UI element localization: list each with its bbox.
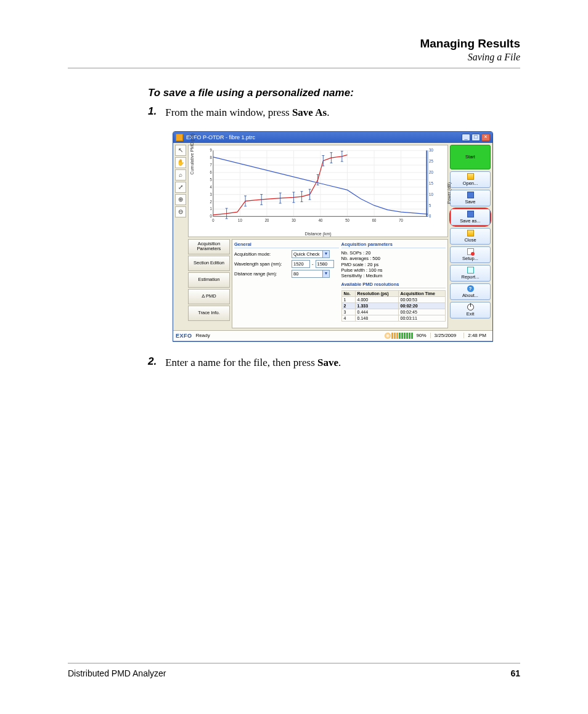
trace-chart[interactable]: Cumulative PMD (ps) Power (dB) Distance … (188, 145, 448, 237)
dist-range-label: Distance range (km): (234, 271, 290, 277)
svg-text:1: 1 (210, 206, 213, 211)
brand-logo: EXFO (176, 333, 192, 339)
footer-product: Distributed PMD Analyzer (68, 668, 166, 678)
chart-canvas: 0123456789051015202530010203040506070 (205, 148, 436, 225)
svg-text:3: 3 (210, 192, 213, 196)
resolutions-table[interactable]: No. Resolution (ps) Acquisition Time 14.… (341, 290, 446, 322)
table-cell: 2 (341, 302, 355, 309)
svg-text:7: 7 (210, 163, 213, 167)
wl-span-label: Wavelength span (nm): (234, 261, 290, 267)
report-button[interactable]: Report... (450, 265, 491, 282)
header-rule (68, 68, 520, 68)
titlebar[interactable]: EXFO P-OTDR - fibre 1.ptrc _ □ × (173, 132, 492, 143)
acq-mode-value: Quick Check (293, 251, 320, 257)
col-acq-time: Acquisition Time (398, 290, 445, 296)
zoom-region-tool-icon[interactable]: ⌕ (175, 169, 186, 181)
wl-sep: - (312, 261, 314, 267)
chapter-title: Managing Results (68, 37, 520, 51)
status-time: 2:48 PM (463, 333, 490, 338)
step-number: 2. (148, 355, 157, 370)
zoom-fit-tool-icon[interactable]: ⤢ (175, 182, 186, 193)
pointer-tool-icon[interactable]: ↖ (175, 145, 186, 156)
save-as-button[interactable]: Save as... (451, 209, 490, 225)
table-row[interactable]: 30.44400:02:45 (341, 309, 446, 315)
svg-text:4: 4 (210, 184, 213, 189)
start-button[interactable]: Start (450, 145, 491, 169)
chevron-down-icon: ▾ (322, 251, 329, 258)
acq-line: Nb. averages : 500 (341, 256, 446, 261)
step-text-post: . (338, 357, 341, 368)
acq-mode-label: Acquisition mode: (234, 251, 290, 257)
table-cell: 1.333 (355, 302, 398, 309)
table-row[interactable]: 14.00000:00:53 (341, 296, 446, 302)
table-cell: 1 (341, 296, 355, 302)
table-cell: 3 (341, 309, 355, 315)
chevron-down-icon: ▾ (322, 270, 329, 277)
dist-range-combo[interactable]: 80 ▾ (292, 270, 330, 278)
page-number: 61 (510, 668, 520, 678)
table-cell: 4 (341, 315, 355, 321)
save-button[interactable]: Save (450, 190, 491, 206)
step-action: Save As (292, 107, 327, 118)
section-title: Saving a File (68, 52, 520, 63)
y2-axis-label: Power (dB) (447, 182, 451, 204)
tab-acquisition-parameters[interactable]: Acquisition Parameters (188, 239, 230, 254)
table-row[interactable]: 21.33300:02:20 (341, 302, 446, 309)
close-file-button[interactable]: Close (450, 228, 491, 245)
general-title: General (234, 241, 339, 248)
svg-text:5: 5 (210, 177, 213, 182)
floppy-icon (467, 211, 474, 217)
tab-estimation[interactable]: Estimation (188, 272, 230, 288)
dist-range-value: 80 (293, 271, 298, 277)
acquisition-params-group: Acquisition parameters Nb. SOPs : 20 Nb.… (341, 241, 446, 326)
hand-tool-icon[interactable]: ✋ (175, 157, 186, 168)
open-button[interactable]: Open... (450, 171, 491, 188)
general-group: General Acquisition mode: Quick Check ▾ (234, 241, 339, 326)
acq-mode-combo[interactable]: Quick Check ▾ (292, 250, 330, 258)
svg-text:10: 10 (429, 192, 433, 196)
setup-button[interactable]: Setup... (450, 246, 491, 263)
wl-to-input[interactable]: 1580 (316, 260, 334, 268)
page-footer: Distributed PMD Analyzer 61 (68, 663, 520, 678)
svg-text:5: 5 (429, 203, 431, 207)
svg-text:20: 20 (265, 217, 269, 222)
status-text: Ready (196, 333, 210, 338)
tool-palette: ↖ ✋ ⌕ ⤢ ⊕ ⊖ (175, 145, 186, 328)
table-row[interactable]: 40.14800:03:11 (341, 315, 446, 321)
step-text-post: . (327, 107, 329, 118)
table-cell: 00:02:20 (398, 302, 445, 309)
battery-icon (385, 333, 391, 339)
x-axis-label: Distance (km) (189, 232, 447, 236)
report-icon (467, 267, 474, 274)
step-2: 2. Enter a name for the file, then press… (148, 355, 520, 370)
svg-text:30: 30 (292, 217, 296, 222)
acq-line: PMD scale : 20 ps (341, 262, 446, 267)
action-buttons: Start Open... Save Save as... Close Setu… (450, 145, 491, 328)
tab-section-edition[interactable]: Section Edition (188, 256, 230, 271)
zoom-out-tool-icon[interactable]: ⊖ (175, 206, 186, 217)
table-cell: 00:02:45 (398, 309, 445, 315)
wl-from-input[interactable]: 1520 (292, 260, 310, 268)
svg-text:0: 0 (212, 217, 214, 222)
minimize-button[interactable]: _ (462, 134, 470, 141)
y-axis-label: Cumulative PMD (ps) (190, 134, 194, 175)
svg-text:9: 9 (210, 148, 213, 152)
svg-text:60: 60 (372, 217, 377, 222)
table-cell: 00:00:53 (398, 296, 445, 302)
close-button[interactable]: × (481, 134, 490, 141)
info-icon: ? (467, 285, 474, 292)
maximize-button[interactable]: □ (472, 134, 480, 141)
svg-text:6: 6 (210, 170, 213, 174)
zoom-in-tool-icon[interactable]: ⊕ (175, 194, 186, 205)
exit-button[interactable]: Exit (450, 302, 491, 318)
tab-trace-info[interactable]: Trace Info. (188, 306, 230, 321)
table-cell: 4.000 (355, 296, 398, 302)
acq-line: Sensitivity : Medium (341, 273, 446, 278)
svg-text:25: 25 (429, 159, 433, 163)
folder-open-icon (467, 173, 474, 180)
step-text: Enter a name for the file, then press (165, 357, 317, 368)
setup-icon (467, 248, 474, 255)
left-tabs: Acquisition Parameters Section Edition E… (188, 239, 230, 328)
tab-delta-pmd[interactable]: Δ PMD (188, 289, 230, 304)
about-button[interactable]: ?About... (450, 283, 491, 300)
